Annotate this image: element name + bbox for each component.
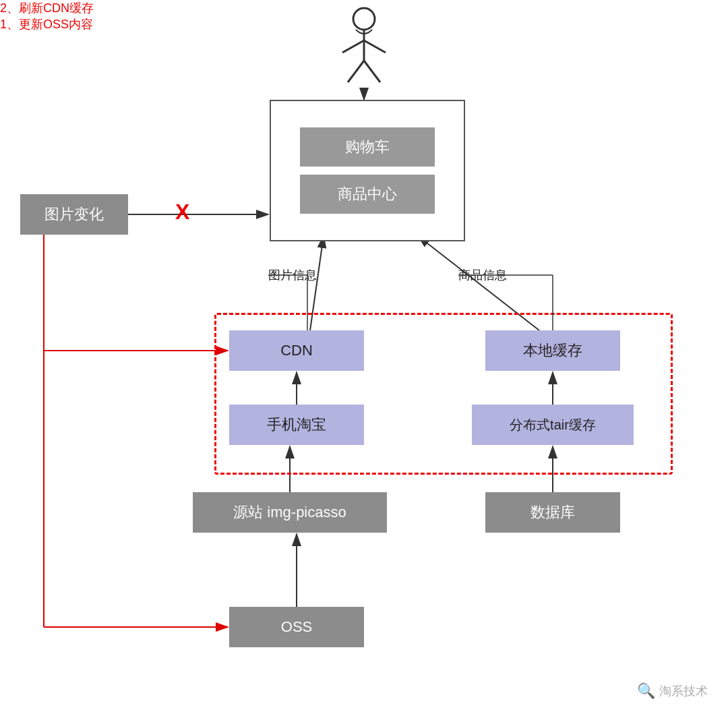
watermark-icon: 🔍: [637, 682, 655, 700]
svg-line-20: [348, 61, 364, 82]
svg-line-18: [342, 40, 364, 53]
svg-line-19: [364, 40, 386, 53]
diagram: 购物车 商品中心 图片变化 X CDN 手机淘宝 源站 img-picasso …: [0, 0, 728, 712]
svg-line-21: [364, 61, 380, 82]
product-center-box: 商品中心: [300, 175, 435, 214]
oss-box: OSS: [229, 607, 364, 647]
person-icon: [329, 7, 399, 88]
database-box: 数据库: [485, 492, 620, 533]
svg-point-16: [353, 8, 375, 30]
x-mark: X: [175, 200, 189, 225]
mobile-taobao-box: 手机淘宝: [229, 405, 364, 445]
product-info-label: 商品信息: [458, 267, 507, 283]
system-outer-box: 购物车 商品中心: [270, 100, 465, 241]
origin-img-box: 源站 img-picasso: [193, 492, 387, 533]
dist-tair-box: 分布式tair缓存: [472, 405, 634, 445]
watermark: 🔍 淘系技术: [637, 682, 708, 700]
shopping-cart-box: 购物车: [300, 127, 435, 167]
watermark-text: 淘系技术: [659, 683, 708, 699]
cdn-box: CDN: [229, 330, 364, 371]
image-change-box: 图片变化: [20, 194, 128, 235]
image-info-label: 图片信息: [268, 267, 317, 283]
local-cache-box: 本地缓存: [485, 330, 620, 371]
